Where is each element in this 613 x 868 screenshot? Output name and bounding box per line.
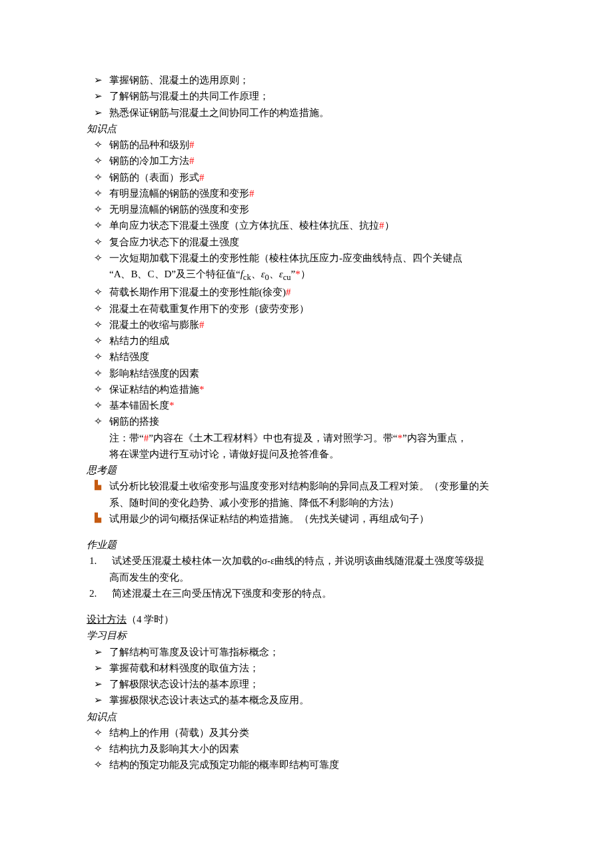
text: 混凝土在荷载重复作用下的变形（疲劳变形）: [109, 301, 526, 317]
hash-mark: [286, 287, 291, 297]
text: 钢筋的搭接: [109, 414, 526, 429]
list-item: 1.试述受压混凝土棱柱体一次加载的σ-ε曲线的特点，并说明该曲线随混凝土强度等级…: [87, 553, 526, 569]
text: 注：带“#”内容在《土木工程材料》中也有提及，请对照学习。带“*”内容为重点，: [109, 431, 526, 446]
hash-mark: [189, 155, 195, 166]
list-item: ➢ 熟悉保证钢筋与混凝土之间协同工作的构造措施。: [87, 105, 526, 121]
list-item: ✧粘结强度: [87, 349, 526, 365]
text: 一次短期加载下混凝土的变形性能（棱柱体抗压应力-应变曲线特点、四个关键点: [109, 251, 526, 266]
text: 有明显流幅的钢筋的强度和变形: [109, 186, 526, 201]
heading-think: 思考题: [87, 463, 526, 478]
hash-mark: [249, 188, 255, 199]
number: 2.: [87, 586, 112, 601]
heading-homework: 作业题: [87, 537, 526, 553]
star-mark: [199, 384, 205, 395]
arrow-icon: ➢: [87, 105, 109, 121]
list-item: ✧影响粘结强度的因素: [87, 366, 526, 381]
list-item: ✧复合应力状态下的混凝土强度: [87, 235, 526, 250]
list-item: ✧粘结力的组成: [87, 333, 526, 349]
text: 将在课堂内进行互动讨论，请做好提问及抢答准备。: [109, 447, 526, 462]
heading-goal: 学习目标: [87, 628, 526, 643]
list-item: ✧无明显流幅的钢筋的强度和变形: [87, 202, 526, 217]
list-item: ✧结构抗力及影响其大小的因素: [87, 741, 526, 757]
flag-icon: ▙: [87, 479, 109, 492]
heading-text: 思考题: [87, 463, 526, 478]
hash-mark: [199, 172, 205, 183]
note-line: 注：带“#”内容在《土木工程材料》中也有提及，请对照学习。带“*”内容为重点，: [87, 431, 526, 446]
heading-text: 作业题: [87, 537, 526, 553]
text: 荷载长期作用下混凝土的变形性能(徐变): [109, 285, 526, 300]
text: 试用最少的词句概括保证粘结的构造措施。（先找关键词，再组成句子）: [109, 511, 526, 527]
text: 掌握荷载和材料强度的取值方法；: [109, 661, 526, 676]
flag-icon: ▙: [87, 511, 109, 525]
hash-mark: [189, 139, 195, 150]
text: 粘结力的组成: [109, 333, 526, 349]
spacer: [87, 527, 526, 537]
diamond-icon: ✧: [87, 333, 109, 349]
diamond-icon: ✧: [87, 218, 109, 233]
text: 了解结构可靠度及设计可靠指标概念；: [109, 645, 526, 660]
text: 混凝土的收缩与膨胀: [109, 317, 526, 333]
text: 掌握钢筋、混凝土的选用原则；: [109, 73, 526, 88]
diamond-icon: ✧: [87, 251, 109, 266]
number: 1.: [87, 553, 112, 569]
list-item: ➢了解结构可靠度及设计可靠指标概念；: [87, 645, 526, 660]
list-item: ✧有明显流幅的钢筋的强度和变形: [87, 186, 526, 201]
note-line: 将在课堂内进行互动讨论，请做好提问及抢答准备。: [87, 447, 526, 462]
arrow-icon: ➢: [87, 693, 109, 708]
text: 系、随时间的变化趋势、减小变形的措施、降低不利影响的方法）: [109, 495, 526, 511]
diamond-icon: ✧: [87, 202, 109, 217]
diamond-icon: ✧: [87, 398, 109, 413]
list-item: ✧钢筋的搭接: [87, 414, 526, 429]
list-item: ✧荷载长期作用下混凝土的变形性能(徐变): [87, 285, 526, 300]
heading-text: 知识点: [87, 121, 526, 137]
diamond-icon: ✧: [87, 366, 109, 381]
list-item: ➢掌握钢筋、混凝土的选用原则；: [87, 73, 526, 88]
heading-knowledge: 知识点: [87, 709, 526, 725]
text: 了解钢筋与混凝土的共同工作原理；: [109, 89, 526, 104]
list-item: ✧钢筋的品种和级别: [87, 137, 526, 153]
list-item: ✧ 一次短期加载下混凝土的变形性能（棱柱体抗压应力-应变曲线特点、四个关键点: [87, 251, 526, 266]
star-mark: [295, 269, 301, 279]
star-mark: [169, 400, 175, 411]
diamond-icon: ✧: [87, 741, 109, 757]
list-item: ✧混凝土在荷载重复作用下的变形（疲劳变形）: [87, 301, 526, 317]
arrow-icon: ➢: [87, 661, 109, 676]
document-page: ➢掌握钢筋、混凝土的选用原则； ➢了解钢筋与混凝土的共同工作原理； ➢ 熟悉保证…: [0, 0, 613, 868]
star-mark: *: [398, 433, 403, 443]
list-item: ▙试分析比较混凝土收缩变形与温度变形对结构影响的异同点及工程对策。（变形量的关: [87, 479, 526, 494]
hash-mark: [379, 220, 384, 231]
heading-text: 知识点: [87, 709, 526, 725]
diamond-icon: ✧: [87, 414, 109, 429]
hash-mark: [199, 319, 205, 330]
text: 复合应力状态下的混凝土强度: [109, 235, 526, 250]
text: 试述受压混凝土棱柱体一次加载的σ-ε曲线的特点，并说明该曲线随混凝土强度等级提: [112, 553, 526, 569]
text: 钢筋的品种和级别: [109, 137, 526, 153]
text: 设计方法（4 学时）: [87, 612, 526, 627]
list-item: ✧结构上的作用（荷载）及其分类: [87, 725, 526, 741]
text: 掌握极限状态设计表达式的基本概念及应用。: [109, 693, 526, 708]
diamond-icon: ✧: [87, 235, 109, 250]
text: 简述混凝土在三向受压情况下强度和变形的特点。: [112, 586, 526, 601]
diamond-icon: ✧: [87, 757, 109, 773]
list-item: ➢了解钢筋与混凝土的共同工作原理；: [87, 89, 526, 104]
text: 单向应力状态下混凝土强度（立方体抗压、棱柱体抗压、抗拉）: [109, 218, 526, 233]
heading-knowledge: 知识点: [87, 121, 526, 137]
text: 结构上的作用（荷载）及其分类: [109, 725, 526, 741]
text: 结构的预定功能及完成预定功能的概率即结构可靠度: [109, 757, 526, 773]
text: 试分析比较混凝土收缩变形与温度变形对结构影响的异同点及工程对策。（变形量的关: [109, 479, 526, 494]
diamond-icon: ✧: [87, 349, 109, 365]
diamond-icon: ✧: [87, 170, 109, 185]
diamond-icon: ✧: [87, 317, 109, 333]
text: 了解极限状态设计法的基本原理；: [109, 677, 526, 692]
diamond-icon: ✧: [87, 137, 109, 153]
text: 基本锚固长度: [109, 398, 526, 413]
list-item: 2.简述混凝土在三向受压情况下强度和变形的特点。: [87, 586, 526, 601]
list-item: ➢掌握极限状态设计表达式的基本概念及应用。: [87, 693, 526, 708]
list-item-cont: “A、B、C、D”及三个特征值“fck、ε0、εcu”）: [87, 267, 526, 284]
text: 粘结强度: [109, 349, 526, 365]
diamond-icon: ✧: [87, 382, 109, 397]
list-item-cont: 系、随时间的变化趋势、减小变形的措施、降低不利影响的方法）: [87, 495, 526, 511]
list-item: ✧混凝土的收缩与膨胀: [87, 317, 526, 333]
list-item: ✧钢筋的（表面）形式: [87, 170, 526, 185]
text: 影响粘结强度的因素: [109, 366, 526, 381]
